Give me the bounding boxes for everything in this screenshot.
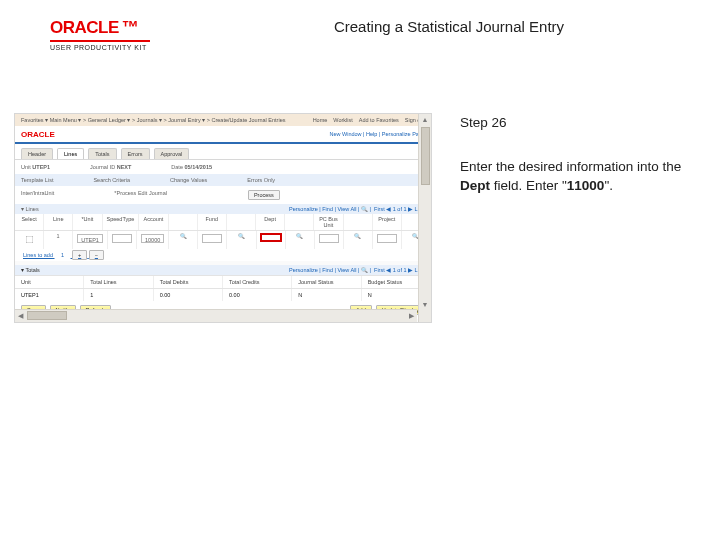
totals-columns: UnitTotal LinesTotal DebitsTotal Credits… [15,275,431,288]
row-select[interactable] [25,236,33,244]
add-line-button[interactable]: + [72,250,87,260]
totals-section-toggle[interactable]: ▾ Totals [21,267,40,273]
vertical-scrollbar[interactable] [418,114,431,322]
unit-input[interactable]: UTEP1 [77,234,103,243]
page-title: Creating a Statistical Journal Entry [150,18,688,35]
lines-to-add-input[interactable]: 1 [55,252,71,258]
lines-to-add-label: Lines to add [23,252,53,258]
home-link[interactable]: Home [313,117,328,123]
line-number: 1 [44,231,73,249]
date-label: Date [171,164,183,170]
fund-input[interactable] [202,234,222,243]
lines-personalize[interactable]: Personalize | Find | View All | 🔍 | [289,206,371,212]
breadcrumb-path: Favorites ▾ Main Menu ▾ > General Ledger… [21,117,285,123]
brand-logo: ORACLE ™ USER PRODUCTIVITY KIT [50,18,150,51]
step-instruction: Enter the desired information into the D… [460,157,688,196]
totals-row: UTEP110.000.00NN [15,288,431,301]
errors-only-label: Errors Only [247,177,275,183]
pcbu-lookup-icon[interactable]: 🔍 [344,231,373,249]
dept-lookup-icon[interactable]: 🔍 [286,231,315,249]
remove-line-button[interactable]: − [89,250,104,260]
line-row-1: 1 UTEP1 10000 🔍 🔍 🔍 🔍 🔍 [15,231,431,249]
jid-label: Journal ID [90,164,115,170]
tab-totals[interactable]: Totals [88,148,116,159]
change-values-link[interactable]: Change Values [170,177,207,183]
tab-header[interactable]: Header [21,148,53,159]
lines-section-toggle[interactable]: ▾ Lines [21,206,39,212]
tab-lines[interactable]: Lines [57,148,84,159]
fund-lookup-icon[interactable]: 🔍 [227,231,256,249]
unit-value: UTEP1 [32,164,50,170]
interunit-label: Inter/IntraUnit [21,190,54,196]
speedtype-input[interactable] [112,234,132,243]
app-brand: ORACLE [21,130,55,139]
process-label: *Process [114,190,136,196]
addfav-link[interactable]: Add to Favorites [359,117,399,123]
window-tools[interactable]: New Window | Help | Personalize Page [330,131,426,137]
search-criteria-link[interactable]: Search Criteria [93,177,130,183]
logo-rule [50,40,150,42]
breadcrumb: Favorites ▾ Main Menu ▾ > General Ledger… [15,114,431,126]
account-lookup-icon[interactable]: 🔍 [169,231,198,249]
logo-text: ORACLE [50,18,119,38]
process-button[interactable]: Process [248,190,280,200]
logo-tm: ™ [122,18,139,38]
step-label: Step 26 [460,113,688,133]
dept-input[interactable] [260,233,282,242]
totals-personalize[interactable]: Personalize | Find | View All | 🔍 | [289,267,371,273]
process-select[interactable]: Edit Journal [138,190,188,196]
project-input[interactable] [377,234,397,243]
tab-errors[interactable]: Errors [121,148,150,159]
worklist-link[interactable]: Worklist [333,117,352,123]
lines-columns: SelectLine*UnitSpeedTypeAccountFundDeptP… [15,214,431,231]
unit-label: Unit [21,164,31,170]
date-value: 05/14/2015 [184,164,212,170]
horizontal-scrollbar[interactable] [15,309,417,322]
tab-approval[interactable]: Approval [154,148,190,159]
logo-subtitle: USER PRODUCTIVITY KIT [50,44,150,51]
account-input[interactable]: 10000 [141,234,164,243]
app-screenshot: Favorites ▾ Main Menu ▾ > General Ledger… [14,113,432,323]
template-list-link[interactable]: Template List [21,177,53,183]
pcbu-input[interactable] [319,234,339,243]
jid-value: NEXT [117,164,132,170]
